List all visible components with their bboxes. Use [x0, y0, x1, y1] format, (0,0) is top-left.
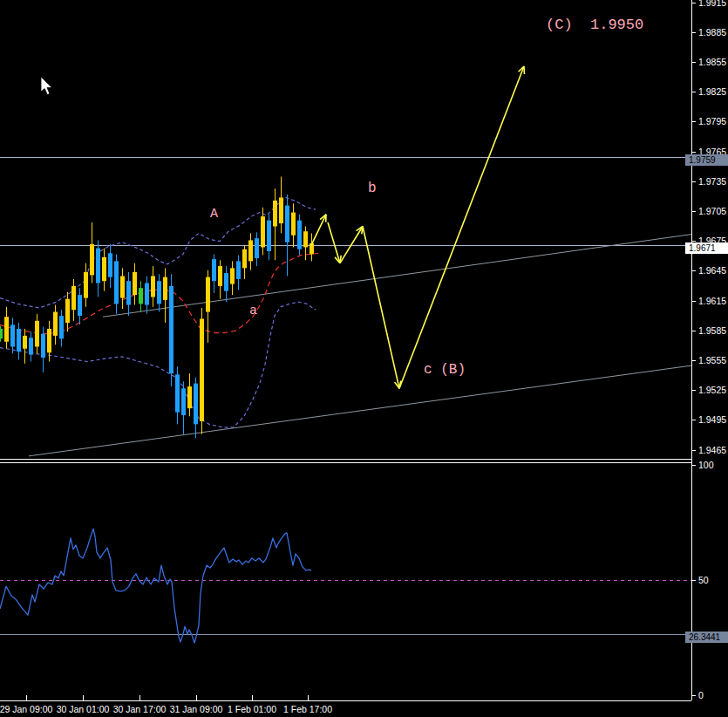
candle	[35, 321, 39, 347]
candle	[145, 283, 149, 304]
price-label: 1.9885	[698, 27, 726, 38]
candle	[248, 240, 253, 261]
candle	[187, 386, 192, 408]
candle	[267, 221, 271, 251]
candle	[102, 257, 106, 281]
time-label: 1 Feb 17:00	[283, 704, 332, 714]
price-label: 1.9795	[698, 116, 726, 126]
wave-projection-line	[340, 227, 363, 263]
price-label: 1.9825	[698, 86, 726, 97]
candle	[10, 324, 15, 346]
indicator-line	[0, 529, 311, 643]
wave-projection-line	[399, 66, 524, 388]
time-label: 29 Jan 09:00	[0, 704, 53, 714]
indicator-scale-label: 0	[698, 690, 704, 700]
time-label: 31 Jan 09:00	[170, 704, 223, 714]
price-label: 1.9555	[698, 355, 726, 365]
trendline	[103, 235, 691, 318]
time-label: 30 Jan 01:00	[57, 704, 110, 714]
wave-projection-line	[328, 222, 340, 263]
candle	[126, 281, 131, 304]
candle	[65, 299, 70, 323]
price-label: 1.9735	[698, 176, 726, 187]
candle	[29, 338, 33, 354]
candle	[71, 286, 76, 310]
candle	[53, 312, 58, 336]
candle	[4, 317, 9, 342]
candle	[291, 213, 296, 236]
candle	[255, 238, 259, 258]
price-label: 1.9615	[698, 296, 726, 306]
price-label: 1.9525	[698, 385, 726, 395]
candle	[114, 261, 119, 304]
price-label: 1.9705	[698, 206, 726, 216]
candle	[163, 277, 167, 300]
candle	[242, 249, 247, 269]
candle	[17, 329, 21, 352]
candle	[230, 268, 235, 283]
price-label: 1.9915	[698, 0, 726, 8]
candle	[194, 384, 198, 425]
candle	[96, 249, 100, 283]
time-label: 30 Jan 17:00	[113, 704, 167, 714]
wave-projection-line	[363, 227, 399, 389]
candle	[200, 319, 204, 421]
candle	[84, 272, 88, 298]
candle	[297, 221, 302, 249]
price-tag-upper-level: 1.9759	[685, 154, 728, 166]
candle	[59, 316, 64, 338]
candle	[175, 374, 180, 412]
candle	[285, 206, 289, 242]
candle	[261, 216, 265, 247]
candle	[151, 277, 155, 297]
time-label: 1 Feb 01:00	[228, 704, 276, 714]
candle	[303, 231, 308, 247]
price-label: 1.9465	[698, 445, 726, 455]
candle	[23, 336, 27, 349]
candle	[139, 288, 143, 304]
indicator-value-tag: 26.3441	[685, 632, 728, 643]
chart-canvas[interactable]: 1.99151.98851.98551.98251.97951.97651.97…	[0, 0, 728, 717]
trading-chart-window: 1.99151.98851.98551.98251.97951.97651.97…	[0, 0, 728, 717]
candle	[236, 261, 241, 279]
trendline	[29, 365, 691, 456]
candle	[273, 201, 277, 227]
candle	[120, 277, 125, 298]
candle	[108, 253, 112, 277]
candle	[224, 273, 228, 291]
mouse-cursor	[41, 77, 52, 95]
bollinger-lower-band	[0, 302, 316, 427]
candle	[218, 266, 222, 286]
candle	[212, 259, 216, 281]
price-label: 1.9645	[698, 265, 726, 276]
candle	[41, 334, 45, 358]
price-tag-current-price: 1.9671	[685, 242, 728, 254]
candle	[47, 329, 51, 352]
candle	[90, 244, 94, 275]
candle	[78, 295, 82, 316]
candle	[169, 286, 173, 373]
candle	[279, 197, 283, 223]
indicator-scale-label: 50	[698, 575, 709, 585]
price-label: 1.9495	[698, 414, 726, 425]
price-label: 1.9855	[698, 57, 726, 67]
candle	[0, 329, 3, 338]
wave-projection-line	[311, 215, 326, 245]
indicator-scale-label: 100	[698, 460, 714, 470]
candle	[181, 388, 186, 415]
candle	[206, 277, 210, 312]
price-label: 1.9585	[698, 325, 726, 336]
candle	[157, 281, 161, 304]
candle	[133, 272, 137, 295]
